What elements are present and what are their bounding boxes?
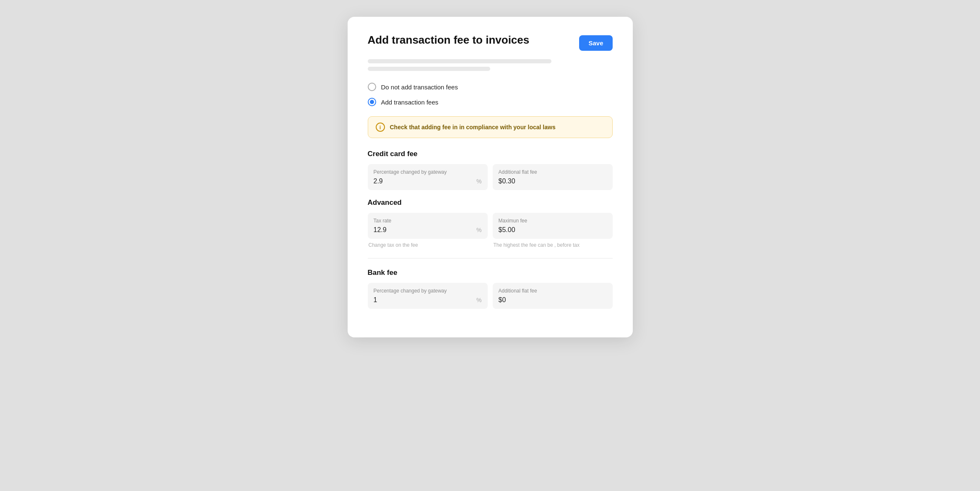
credit-card-flat-fee-field[interactable]: Additional flat fee $0.30 bbox=[493, 164, 613, 190]
credit-card-percentage-value-row: 2.9 % bbox=[374, 178, 482, 185]
radio-label-no-fees: Do not add transaction fees bbox=[381, 84, 458, 91]
bank-fee-grid: Percentage changed by gateway 1 % Additi… bbox=[368, 283, 613, 309]
bank-flat-fee-value: $0 bbox=[499, 296, 506, 304]
credit-card-percentage-value: 2.9 bbox=[374, 178, 383, 185]
section-divider bbox=[368, 258, 613, 259]
save-button[interactable]: Save bbox=[579, 35, 612, 51]
bank-percentage-label: Percentage changed by gateway bbox=[374, 288, 482, 294]
bank-percentage-value-row: 1 % bbox=[374, 296, 482, 304]
bank-fee-section-title: Bank fee bbox=[368, 269, 613, 277]
credit-card-percentage-label: Percentage changed by gateway bbox=[374, 169, 482, 175]
advanced-fee-grid: Tax rate 12.9 % Maximun fee $5.00 bbox=[368, 213, 613, 239]
modal-header: Add transaction fee to invoices Save bbox=[368, 34, 613, 51]
skeleton-line-2 bbox=[368, 67, 490, 71]
credit-card-flat-fee-value: $0.30 bbox=[499, 178, 515, 185]
credit-card-section-title: Credit card fee bbox=[368, 150, 613, 158]
info-icon: i bbox=[376, 123, 385, 132]
radio-label-add-fees: Add transaction fees bbox=[381, 99, 439, 106]
bank-flat-fee-value-row: $0 bbox=[499, 296, 607, 304]
radio-group: Do not add transaction fees Add transact… bbox=[368, 83, 613, 106]
radio-circle-add-fees bbox=[368, 98, 376, 106]
bank-percentage-value: 1 bbox=[374, 296, 377, 304]
tax-rate-label: Tax rate bbox=[374, 218, 482, 224]
max-fee-label: Maximun fee bbox=[499, 218, 607, 224]
tax-description: Change tax on the fee bbox=[368, 242, 488, 248]
bank-flat-fee-field[interactable]: Additional flat fee $0 bbox=[493, 283, 613, 309]
main-modal: Add transaction fee to invoices Save Do … bbox=[348, 17, 633, 337]
bank-percentage-field[interactable]: Percentage changed by gateway 1 % bbox=[368, 283, 488, 309]
radio-option-add-fees[interactable]: Add transaction fees bbox=[368, 98, 613, 106]
bank-percentage-unit: % bbox=[476, 297, 481, 303]
tax-rate-value-row: 12.9 % bbox=[374, 226, 482, 234]
credit-card-percentage-field[interactable]: Percentage changed by gateway 2.9 % bbox=[368, 164, 488, 190]
max-description: The highest the fee can be , before tax bbox=[493, 242, 613, 248]
max-fee-field[interactable]: Maximun fee $5.00 bbox=[493, 213, 613, 239]
radio-option-no-fees[interactable]: Do not add transaction fees bbox=[368, 83, 613, 91]
skeleton-line-1 bbox=[368, 59, 551, 63]
radio-circle-no-fees bbox=[368, 83, 376, 91]
tax-rate-field[interactable]: Tax rate 12.9 % bbox=[368, 213, 488, 239]
max-fee-value-row: $5.00 bbox=[499, 226, 607, 234]
credit-card-flat-fee-value-row: $0.30 bbox=[499, 178, 607, 185]
max-fee-value: $5.00 bbox=[499, 226, 515, 234]
tax-rate-value: 12.9 bbox=[374, 226, 387, 234]
credit-card-fee-grid: Percentage changed by gateway 2.9 % Addi… bbox=[368, 164, 613, 190]
info-banner-text: Check that adding fee in in compliance w… bbox=[390, 124, 556, 131]
info-banner: i Check that adding fee in in compliance… bbox=[368, 116, 613, 138]
bank-flat-fee-label: Additional flat fee bbox=[499, 288, 607, 294]
advanced-section-title: Advanced bbox=[368, 198, 613, 207]
credit-card-flat-fee-label: Additional flat fee bbox=[499, 169, 607, 175]
page-title: Add transaction fee to invoices bbox=[368, 34, 530, 47]
tax-rate-unit: % bbox=[476, 227, 481, 233]
advanced-descriptions: Change tax on the fee The highest the fe… bbox=[368, 242, 613, 248]
credit-card-percentage-unit: % bbox=[476, 178, 481, 185]
description-skeleton bbox=[368, 59, 613, 71]
